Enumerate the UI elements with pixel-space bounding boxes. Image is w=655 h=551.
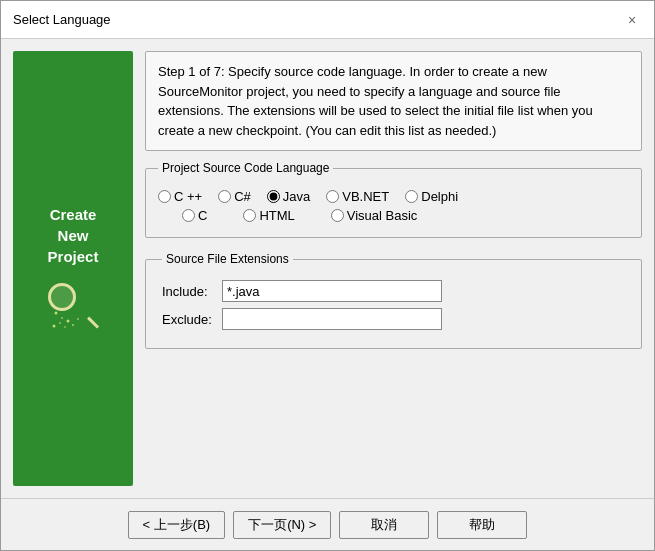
svg-point-5 [53, 325, 56, 328]
svg-point-0 [55, 312, 58, 315]
language-row-1: C ++ C# Java VB.NET [158, 189, 629, 204]
left-panel: Create New Project [13, 51, 133, 486]
include-label: Include: [162, 284, 222, 299]
radio-csharp[interactable]: C# [218, 189, 251, 204]
title-bar: Select Language × [1, 1, 654, 39]
dialog: Select Language × Create New Project [0, 0, 655, 551]
radio-cpp[interactable]: C ++ [158, 189, 202, 204]
radio-delphi[interactable]: Delphi [405, 189, 458, 204]
language-fieldset: Project Source Code Language C ++ C# Jav… [145, 161, 642, 238]
include-input[interactable] [222, 280, 442, 302]
dialog-footer: < 上一步(B) 下一页(N) > 取消 帮助 [1, 498, 654, 550]
svg-point-3 [59, 322, 61, 324]
radio-vbnet[interactable]: VB.NET [326, 189, 389, 204]
magnifier-icon [48, 283, 98, 333]
create-new-project-label: Create New Project [48, 204, 99, 267]
info-box: Step 1 of 7: Specify source code languag… [145, 51, 642, 151]
radio-c[interactable]: C [182, 208, 207, 223]
exclude-input[interactable] [222, 308, 442, 330]
svg-point-1 [61, 317, 63, 319]
exclude-row: Exclude: [162, 308, 625, 330]
speckle-svg [48, 283, 98, 333]
exclude-label: Exclude: [162, 312, 222, 327]
svg-point-7 [64, 326, 66, 328]
language-row-2: C HTML Visual Basic [182, 208, 629, 223]
dialog-title: Select Language [13, 12, 111, 27]
svg-point-6 [77, 318, 79, 320]
include-row: Include: [162, 280, 625, 302]
dialog-body: Create New Project [1, 39, 654, 498]
close-button[interactable]: × [622, 10, 642, 30]
radio-html[interactable]: HTML [243, 208, 294, 223]
extensions-legend: Source File Extensions [162, 252, 293, 266]
extensions-fieldset: Source File Extensions Include: Exclude: [145, 252, 642, 349]
back-button[interactable]: < 上一步(B) [128, 511, 226, 539]
radio-vb[interactable]: Visual Basic [331, 208, 418, 223]
svg-point-4 [72, 324, 74, 326]
next-button[interactable]: 下一页(N) > [233, 511, 331, 539]
cancel-button[interactable]: 取消 [339, 511, 429, 539]
help-button[interactable]: 帮助 [437, 511, 527, 539]
language-legend: Project Source Code Language [158, 161, 333, 175]
radio-java[interactable]: Java [267, 189, 310, 204]
svg-point-2 [67, 320, 70, 323]
right-panel: Step 1 of 7: Specify source code languag… [145, 51, 642, 486]
